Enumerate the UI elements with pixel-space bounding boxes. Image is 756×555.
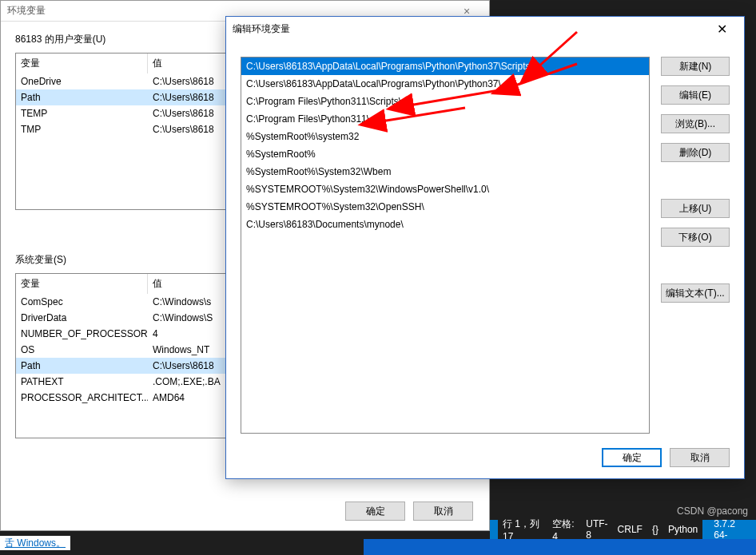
taskbar[interactable] <box>364 539 756 555</box>
path-list-item[interactable]: %SYSTEMROOT%\System32\WindowsPowerShell\… <box>241 180 649 198</box>
front-titlebar: 编辑环境变量 ✕ <box>226 17 744 41</box>
status-python-version[interactable]: 3.7.2 64- <box>714 518 748 541</box>
spacer <box>661 172 730 189</box>
path-list-item[interactable]: %SYSTEMROOT%\System32\OpenSSH\ <box>241 198 649 216</box>
cell-variable: TEMP <box>16 105 148 121</box>
edit-text-button[interactable]: 编辑文本(T)... <box>661 283 730 303</box>
path-list-item[interactable]: C:\Users\86183\AppData\Local\Programs\Py… <box>241 57 649 75</box>
new-button[interactable]: 新建(N) <box>661 57 730 76</box>
status-bar: 行 1，列 17 空格: 4 UTF-8 CRLF {} Python 3.7.… <box>490 520 756 539</box>
cell-variable: ComSpec <box>16 294 148 310</box>
path-list[interactable]: C:\Users\86183\AppData\Local\Programs\Py… <box>241 57 650 434</box>
col-variable[interactable]: 变量 <box>16 274 148 294</box>
ok-button[interactable]: 确定 <box>602 448 662 467</box>
cell-variable: DriverData <box>16 310 148 326</box>
cell-variable: PROCESSOR_ARCHITECT... <box>16 390 148 406</box>
watermark: CSDN @pacong <box>677 505 748 517</box>
path-list-item[interactable]: %SystemRoot%\system32 <box>241 128 649 145</box>
cancel-button[interactable]: 取消 <box>413 501 473 521</box>
front-body: C:\Users\86183\AppData\Local\Programs\Py… <box>241 57 730 434</box>
edit-env-var-dialog: 编辑环境变量 ✕ C:\Users\86183\AppData\Local\Pr… <box>225 16 745 479</box>
delete-button[interactable]: 删除(D) <box>661 143 730 162</box>
status-eol[interactable]: CRLF <box>618 524 643 535</box>
cell-variable: TMP <box>16 121 148 137</box>
status-dark: 行 1，列 17 空格: 4 UTF-8 CRLF {} Python <box>498 520 702 539</box>
side-buttons: 新建(N) 编辑(E) 浏览(B)... 删除(D) 上移(U) 下移(O) 编… <box>661 57 730 434</box>
front-title: 编辑环境变量 <box>233 22 706 36</box>
edit-button[interactable]: 编辑(E) <box>661 85 730 105</box>
path-list-item[interactable]: %SystemRoot%\System32\Wbem <box>241 163 649 180</box>
status-line-col[interactable]: 行 1，列 17 <box>503 517 543 542</box>
status-spaces[interactable]: 空格: 4 <box>552 517 576 542</box>
cell-variable: Path <box>16 358 148 374</box>
activate-windows-link[interactable]: 舌 Windows。 <box>0 536 70 550</box>
col-variable[interactable]: 变量 <box>16 54 148 73</box>
path-list-item[interactable]: C:\Users\86183\AppData\Local\Programs\Py… <box>241 75 649 93</box>
close-icon[interactable]: ✕ <box>706 22 738 37</box>
cancel-button[interactable]: 取消 <box>670 448 730 467</box>
path-list-item[interactable]: C:\Program Files\Python311\Scripts\ <box>241 93 649 110</box>
status-language[interactable]: Python <box>668 524 698 535</box>
move-down-button[interactable]: 下移(O) <box>661 228 730 247</box>
braces-icon: {} <box>652 524 659 535</box>
front-footer: 确定 取消 <box>602 448 730 467</box>
cell-variable: Path <box>16 89 148 105</box>
path-list-item[interactable]: C:\Users\86183\Documents\mynode\ <box>241 216 649 233</box>
cell-variable: NUMBER_OF_PROCESSORS <box>16 326 148 342</box>
path-list-item[interactable]: %SystemRoot% <box>241 145 649 163</box>
status-encoding[interactable]: UTF-8 <box>586 518 607 541</box>
cell-variable: OS <box>16 342 148 358</box>
ok-button[interactable]: 确定 <box>345 501 405 521</box>
move-up-button[interactable]: 上移(U) <box>661 199 730 218</box>
browse-button[interactable]: 浏览(B)... <box>661 114 730 133</box>
path-list-item[interactable]: C:\Program Files\Python311\ <box>241 110 649 128</box>
spacer <box>661 256 730 274</box>
cell-variable: OneDrive <box>16 73 148 89</box>
back-dialog-buttons: 确定 取消 <box>345 501 473 521</box>
cell-variable: PATHEXT <box>16 374 148 390</box>
